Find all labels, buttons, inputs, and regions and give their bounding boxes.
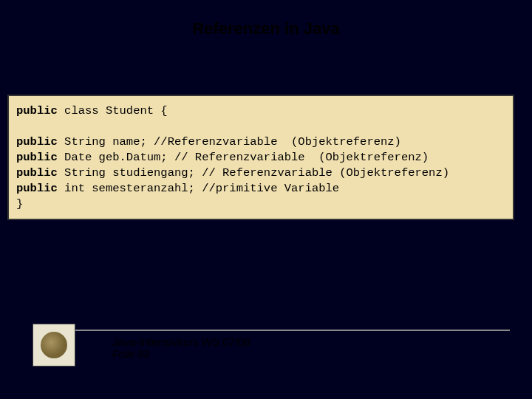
university-logo (33, 324, 75, 366)
keyword-public: public (16, 166, 58, 180)
course-name: Java-Intensivkurs WS 07/08 (112, 335, 510, 348)
code-box: public class Student { public String nam… (7, 95, 514, 220)
code-line: public String name; //Referenzvariable (… (16, 134, 505, 150)
code-rest: Date geb.Datum; // Referenzvariable (Obj… (58, 151, 429, 164)
keyword-public: public (16, 182, 58, 195)
code-rest: class Student { (58, 104, 168, 117)
code-line: public String studiengang; // Referenzva… (16, 166, 505, 181)
code-blank-line (16, 119, 505, 134)
keyword-public: public (16, 151, 58, 164)
slide-number: Folie 93 (112, 348, 510, 360)
logo-seal-icon (41, 332, 67, 358)
keyword-public: public (16, 135, 58, 149)
code-rest: String name; //Referenzvariable (Objektr… (58, 135, 401, 149)
footer-text: Java-Intensivkurs WS 07/08 Folie 93 (112, 335, 510, 360)
code-line: public Date geb.Datum; // Referenzvariab… (16, 150, 505, 166)
code-line: public class Student { (16, 103, 505, 119)
code-rest: int semesteranzahl; //primitive Variable (58, 182, 339, 195)
footer: Java-Intensivkurs WS 07/08 Folie 93 (33, 330, 510, 377)
code-close-brace: } (16, 197, 505, 212)
keyword-public: public (16, 104, 58, 117)
slide-title: Referenzen in Java (0, 19, 532, 38)
code-line: public int semesteranzahl; //primitive V… (16, 181, 505, 197)
code-rest: String studiengang; // Referenzvariable … (58, 166, 449, 180)
